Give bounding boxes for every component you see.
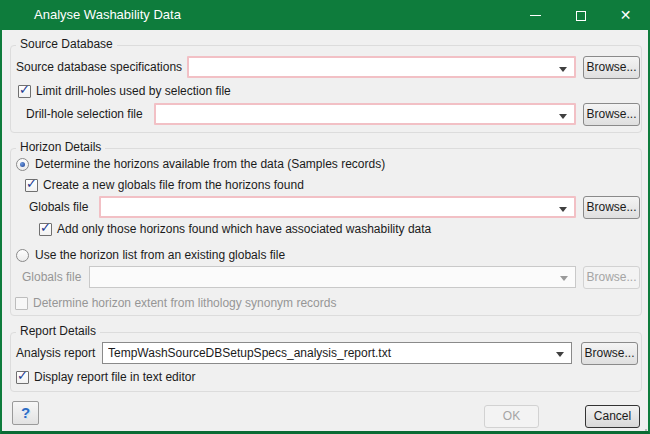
ok-button: OK [484, 405, 539, 428]
help-icon: ? [21, 404, 30, 421]
dropdown-arrow-icon [556, 352, 564, 357]
close-button[interactable]: ✕ [603, 0, 648, 30]
globals-file-label: Globals file [29, 200, 88, 215]
analysis-report-label: Analysis report [16, 346, 95, 361]
create-globals-label[interactable]: Create a new globals file from the horiz… [43, 178, 304, 193]
use-existing-globals-label[interactable]: Use the horizon list from an existing gl… [35, 248, 285, 263]
maximize-button[interactable] [558, 0, 603, 30]
help-button[interactable]: ? [12, 401, 39, 425]
resize-grip[interactable] [641, 425, 643, 427]
globals-file-combobox[interactable] [99, 196, 576, 218]
drillhole-selection-label: Drill-hole selection file [26, 107, 143, 122]
dropdown-arrow-icon [559, 114, 567, 119]
horizon-details-group-title: Horizon Details [16, 140, 105, 155]
horizon-extent-label: Determine horizon extent from lithology … [33, 296, 336, 311]
drillhole-selection-combobox[interactable] [154, 103, 576, 125]
source-db-spec-combobox[interactable] [187, 56, 576, 78]
add-only-washability-label[interactable]: Add only those horizons found which have… [57, 222, 431, 237]
source-database-group-title: Source Database [16, 37, 117, 52]
display-report-checkbox[interactable]: ✓ [16, 371, 29, 384]
dropdown-arrow-icon [559, 67, 567, 72]
check-icon: ✓ [26, 176, 37, 191]
title-bar: Analyse Washability Data ✕ [0, 0, 650, 30]
cancel-button[interactable]: Cancel [585, 405, 640, 428]
check-icon: ✓ [19, 82, 30, 97]
source-db-spec-label: Source database specifications [16, 60, 182, 75]
report-details-group-title: Report Details [16, 324, 100, 339]
dropdown-arrow-icon [560, 276, 568, 281]
horizon-extent-checkbox [15, 297, 28, 310]
close-icon: ✕ [620, 7, 632, 23]
globals-file-browse-button[interactable]: Browse... [583, 196, 640, 219]
analysis-report-browse-button[interactable]: Browse... [581, 342, 638, 365]
source-db-browse-button[interactable]: Browse... [583, 56, 640, 79]
limit-drillholes-label[interactable]: Limit drill-holes used by selection file [36, 84, 231, 99]
window-title: Analyse Washability Data [34, 0, 181, 30]
dialog-analyse-washability-data: Analyse Washability Data ✕ Source Databa… [0, 0, 650, 434]
existing-globals-file-combobox [89, 266, 576, 288]
use-existing-globals-radio[interactable] [16, 249, 29, 262]
minimize-button[interactable] [513, 0, 558, 30]
check-icon: ✓ [17, 368, 28, 383]
existing-globals-file-label: Globals file [22, 270, 81, 285]
analysis-report-value: TempWashSourceDBSetupSpecs_analysis_repo… [108, 346, 551, 360]
determine-horizons-label[interactable]: Determine the horizons available from th… [35, 157, 385, 172]
display-report-label[interactable]: Display report file in text editor [34, 370, 195, 385]
dropdown-arrow-icon [559, 207, 567, 212]
existing-globals-browse-button: Browse... [583, 266, 640, 289]
analysis-report-combobox[interactable]: TempWashSourceDBSetupSpecs_analysis_repo… [102, 342, 572, 364]
radio-dot [20, 162, 25, 167]
database-icon [10, 7, 26, 23]
maximize-icon [576, 11, 586, 21]
drillhole-selection-browse-button[interactable]: Browse... [583, 103, 640, 126]
check-icon: ✓ [40, 220, 51, 235]
create-globals-checkbox[interactable]: ✓ [25, 179, 38, 192]
add-only-washability-checkbox[interactable]: ✓ [39, 223, 52, 236]
minimize-icon [530, 15, 541, 16]
determine-horizons-radio[interactable] [16, 158, 29, 171]
limit-drillholes-checkbox[interactable]: ✓ [18, 85, 31, 98]
